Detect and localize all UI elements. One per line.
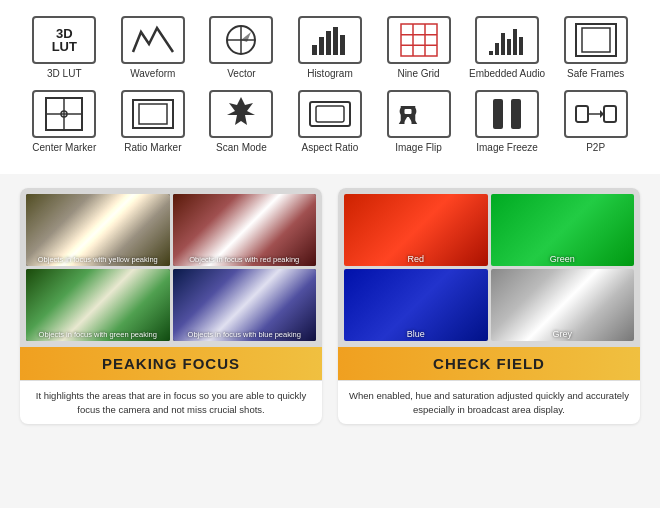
icon-label-vector: Vector xyxy=(227,68,255,80)
imageflip-icon: R R xyxy=(397,98,441,130)
peaking-blue-label: Objects in focus with blue peaking xyxy=(173,330,317,339)
icon-item-waveform[interactable]: Waveform xyxy=(113,16,193,80)
svg-rect-5 xyxy=(319,37,324,55)
peaking-panel: Objects in focus with yellow peaking Obj… xyxy=(20,188,322,424)
icon-item-p2p[interactable]: P2P xyxy=(556,90,636,154)
svg-rect-19 xyxy=(519,37,523,55)
icon-label-scanmode: Scan Mode xyxy=(216,142,267,154)
icon-item-scanmode[interactable]: Scan Mode xyxy=(201,90,281,154)
icon-item-centermarker[interactable]: Center Marker xyxy=(24,90,104,154)
icon-item-histogram[interactable]: Histogram xyxy=(290,16,370,80)
icon-label-waveform: Waveform xyxy=(130,68,175,80)
p2p-icon xyxy=(574,98,618,130)
peaking-yellow-cell: Objects in focus with yellow peaking xyxy=(26,194,170,266)
cf-blue-cell: Blue xyxy=(344,269,488,341)
icon-item-ratiomarker[interactable]: Ratio Marker xyxy=(113,90,193,154)
svg-rect-15 xyxy=(495,43,499,55)
checkfield-image-grid: Red Green Blue Grey xyxy=(338,188,640,347)
svg-marker-28 xyxy=(227,97,255,125)
icon-item-vector[interactable]: Vector xyxy=(201,16,281,80)
icon-box-ninegrid xyxy=(387,16,451,64)
icon-box-3dlut: 3DLUT xyxy=(32,16,96,64)
icon-item-audio[interactable]: Embedded Audio xyxy=(467,16,547,80)
cf-red-cell: Red xyxy=(344,194,488,266)
cf-green-cell: Green xyxy=(491,194,635,266)
imagefreeze-icon xyxy=(489,95,525,133)
checkfield-title: CHECK FIELD xyxy=(338,347,640,380)
svg-rect-34 xyxy=(511,99,521,129)
svg-rect-6 xyxy=(326,31,331,55)
icon-box-safeframes xyxy=(564,16,628,64)
cf-grey-cell: Grey xyxy=(491,269,635,341)
svg-rect-35 xyxy=(576,106,588,122)
audio-icon xyxy=(487,23,527,57)
vector-icon xyxy=(223,22,259,58)
svg-rect-33 xyxy=(493,99,503,129)
icon-label-3dlut: 3D LUT xyxy=(47,68,81,80)
peaking-green-label: Objects in focus with green peaking xyxy=(26,330,170,339)
icon-label-safeframes: Safe Frames xyxy=(567,68,624,80)
icon-box-scanmode xyxy=(209,90,273,138)
icon-label-ratiomarker: Ratio Marker xyxy=(124,142,181,154)
icon-label-centermarker: Center Marker xyxy=(32,142,96,154)
icon-item-ninegrid[interactable]: Nine Grid xyxy=(379,16,459,80)
icon-label-histogram: Histogram xyxy=(307,68,353,80)
icon-item-imagefreeze[interactable]: Image Freeze xyxy=(467,90,547,154)
icon-label-p2p: P2P xyxy=(586,142,605,154)
icon-box-aspectratio xyxy=(298,90,362,138)
svg-rect-18 xyxy=(513,29,517,55)
icon-box-vector xyxy=(209,16,273,64)
svg-rect-14 xyxy=(489,51,493,55)
svg-rect-17 xyxy=(507,39,511,55)
cf-grey-label: Grey xyxy=(491,329,635,339)
icon-row-2: Center Marker Ratio Marker Scan Mode xyxy=(20,90,640,154)
svg-rect-21 xyxy=(582,28,610,52)
peaking-green-cell: Objects in focus with green peaking xyxy=(26,269,170,341)
waveform-icon xyxy=(131,24,175,56)
checkfield-description: When enabled, hue and saturation adjuste… xyxy=(338,381,640,424)
icon-box-ratiomarker xyxy=(121,90,185,138)
svg-rect-16 xyxy=(501,33,505,55)
icon-box-imageflip: R R xyxy=(387,90,451,138)
icon-box-centermarker xyxy=(32,90,96,138)
svg-rect-36 xyxy=(604,106,616,122)
safeframes-icon xyxy=(574,22,618,58)
aspectratio-icon xyxy=(308,98,352,130)
peaking-blue-cell: Objects in focus with blue peaking xyxy=(173,269,317,341)
icon-box-histogram xyxy=(298,16,362,64)
peaking-title: PEAKING FOCUS xyxy=(20,347,322,380)
peaking-yellow-label: Objects in focus with yellow peaking xyxy=(26,255,170,264)
peaking-image-grid: Objects in focus with yellow peaking Obj… xyxy=(20,188,322,347)
svg-rect-27 xyxy=(139,104,167,124)
top-section: 3DLUT 3D LUT Waveform Vect xyxy=(0,0,660,174)
centermarker-icon xyxy=(44,96,84,132)
bottom-section: Objects in focus with yellow peaking Obj… xyxy=(0,174,660,438)
icon-item-imageflip[interactable]: R R Image Flip xyxy=(379,90,459,154)
scanmode-icon xyxy=(223,95,259,133)
icon-label-aspectratio: Aspect Ratio xyxy=(302,142,359,154)
cf-red-label: Red xyxy=(344,254,488,264)
svg-rect-4 xyxy=(312,45,317,55)
histogram-icon xyxy=(310,23,350,57)
svg-rect-7 xyxy=(333,27,338,55)
icon-box-imagefreeze xyxy=(475,90,539,138)
cf-green-label: Green xyxy=(491,254,635,264)
icon-box-p2p xyxy=(564,90,628,138)
ratiomarker-icon xyxy=(131,98,175,130)
icon-item-safeframes[interactable]: Safe Frames xyxy=(556,16,636,80)
icon-item-3dlut[interactable]: 3DLUT 3D LUT xyxy=(24,16,104,80)
icon-box-audio xyxy=(475,16,539,64)
ninegrid-icon xyxy=(399,22,439,58)
svg-rect-8 xyxy=(340,35,345,55)
svg-rect-30 xyxy=(316,106,344,122)
icon-box-waveform xyxy=(121,16,185,64)
icon-label-imageflip: Image Flip xyxy=(395,142,442,154)
svg-text:R: R xyxy=(398,100,417,130)
icon-label-imagefreeze: Image Freeze xyxy=(476,142,538,154)
peaking-red-label: Objects in focus with red peaking xyxy=(173,255,317,264)
icon-label-audio: Embedded Audio xyxy=(469,68,545,80)
cf-blue-label: Blue xyxy=(344,329,488,339)
icon-label-ninegrid: Nine Grid xyxy=(397,68,439,80)
icon-item-aspectratio[interactable]: Aspect Ratio xyxy=(290,90,370,154)
svg-rect-9 xyxy=(401,24,437,56)
